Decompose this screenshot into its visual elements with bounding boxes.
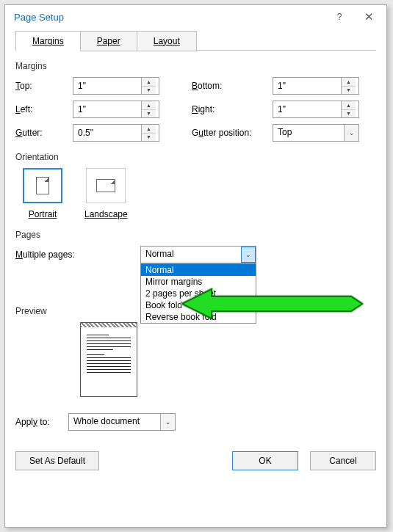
pages-section-title: Pages: [15, 230, 376, 240]
tab-paper[interactable]: Paper: [80, 31, 137, 51]
option-mirror-margins[interactable]: Mirror margins: [141, 276, 256, 288]
page-setup-dialog: Page Setup ? ✕ Margins Paper Layout Marg…: [4, 4, 387, 528]
option-2-pages-per-sheet[interactable]: 2 pages per sheet: [141, 288, 256, 299]
apply-to-label: Apply to:: [15, 417, 68, 427]
option-normal[interactable]: Normal: [141, 264, 256, 276]
chevron-down-icon: ⌄: [344, 125, 358, 141]
tab-strip: Margins Paper Layout: [15, 30, 376, 51]
bottom-down[interactable]: ▼: [342, 87, 356, 95]
margins-section-title: Margins: [15, 61, 376, 71]
left-input[interactable]: [73, 101, 141, 117]
left-label: Left:: [15, 104, 73, 114]
gutter-position-combo[interactable]: Top ⌄: [273, 124, 359, 142]
gutter-label: Gutter:: [15, 128, 73, 138]
set-as-default-button[interactable]: Set As Default: [15, 451, 99, 470]
orientation-section-title: Orientation: [15, 152, 376, 162]
multiple-pages-combo[interactable]: Normal ⌄ Normal Mirror margins 2 pages p…: [140, 246, 256, 263]
dialog-title: Page Setup: [14, 12, 64, 23]
gutter-input[interactable]: [73, 125, 141, 141]
left-up[interactable]: ▲: [142, 101, 156, 110]
tab-layout[interactable]: Layout: [137, 31, 197, 51]
multiple-pages-value: Normal: [141, 247, 241, 263]
preview: [80, 322, 137, 397]
cancel-button[interactable]: Cancel: [310, 451, 376, 470]
top-up[interactable]: ▲: [142, 78, 156, 87]
left-spinner[interactable]: ▲▼: [73, 101, 159, 118]
bottom-label: Bottom:: [192, 81, 273, 91]
gutter-spinner[interactable]: ▲▼: [73, 124, 159, 142]
top-down[interactable]: ▼: [142, 87, 156, 95]
titlebar: Page Setup ? ✕: [5, 5, 386, 29]
apply-to-combo[interactable]: Whole document ⌄: [68, 413, 176, 431]
ok-button[interactable]: OK: [232, 451, 298, 470]
orientation-portrait[interactable]: Portrait: [23, 168, 62, 219]
gutter-down[interactable]: ▼: [142, 134, 156, 142]
option-book-fold[interactable]: Book fold: [141, 299, 256, 311]
left-down[interactable]: ▼: [142, 110, 156, 118]
chevron-down-icon: ⌄: [241, 247, 256, 263]
bottom-spinner[interactable]: ▲▼: [273, 77, 359, 95]
multiple-pages-label: Multiple pages:: [15, 249, 140, 260]
gutter-up[interactable]: ▲: [142, 125, 156, 134]
multiple-pages-dropdown: Normal Mirror margins 2 pages per sheet …: [140, 263, 256, 324]
top-input[interactable]: [73, 78, 141, 94]
gutter-position-label: Gutter position:: [192, 128, 273, 138]
close-button[interactable]: ✕: [356, 7, 382, 27]
help-button[interactable]: ?: [326, 7, 353, 27]
landscape-icon: [96, 179, 115, 192]
orientation-landscape[interactable]: Landscape: [84, 168, 128, 219]
bottom-up[interactable]: ▲: [342, 78, 356, 87]
gutter-position-value: Top: [273, 125, 344, 141]
chevron-down-icon: ⌄: [160, 414, 175, 430]
tab-margins[interactable]: Margins: [15, 31, 81, 51]
right-down[interactable]: ▼: [342, 110, 356, 118]
right-label: Right:: [192, 104, 273, 114]
top-label: Top:: [15, 81, 73, 91]
right-spinner[interactable]: ▲▼: [273, 101, 359, 118]
bottom-input[interactable]: [273, 78, 341, 94]
help-icon: ?: [337, 12, 342, 22]
close-icon: ✕: [364, 10, 374, 23]
top-spinner[interactable]: ▲▼: [73, 77, 159, 95]
option-reverse-book-fold[interactable]: Reverse book fold: [141, 311, 256, 323]
apply-to-value: Whole document: [69, 414, 160, 430]
portrait-icon: [36, 177, 49, 194]
right-up[interactable]: ▲: [342, 101, 356, 110]
right-input[interactable]: [273, 101, 341, 117]
